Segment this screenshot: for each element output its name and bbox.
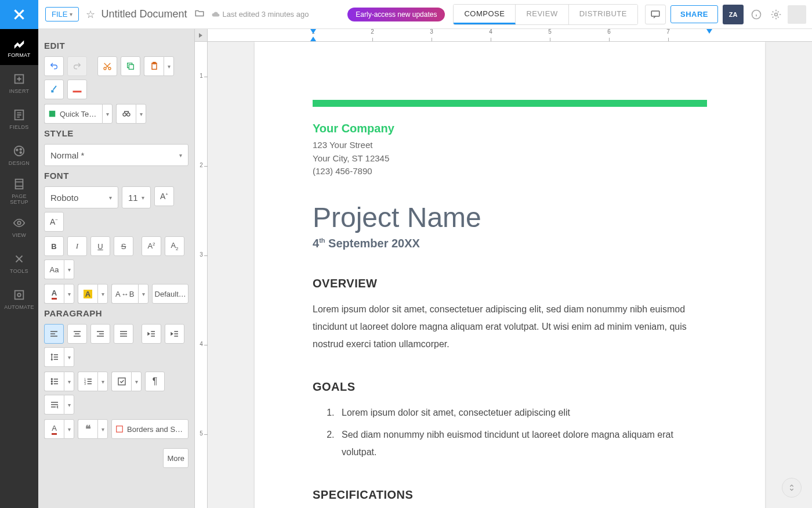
font-color-dropdown[interactable]: ▾ [64, 284, 74, 304]
char-spacing-dropdown[interactable]: ▾ [138, 284, 148, 304]
more-button[interactable]: More [163, 448, 188, 468]
vertical-ruler[interactable]: 123456 [195, 42, 208, 508]
zia-button[interactable]: ZA [723, 5, 744, 24]
quick-text-button[interactable]: Quick Te… [44, 104, 102, 124]
align-center-button[interactable] [67, 324, 87, 344]
nav-view[interactable]: VIEW [0, 209, 38, 245]
address-line-2[interactable]: Your City, ST 12345 [313, 152, 707, 165]
nav-insert[interactable]: INSERT [0, 65, 38, 101]
italic-button[interactable]: I [67, 236, 87, 256]
bg-color-button[interactable]: A [44, 419, 64, 439]
font-family-select[interactable]: Roboto ▾ [44, 186, 118, 208]
overview-heading[interactable]: OVERVIEW [313, 277, 707, 290]
page-scroll-area[interactable]: + Your Company 123 Your Street Your City… [208, 42, 812, 508]
text-direction-dropdown[interactable]: ▾ [64, 395, 74, 415]
find-button[interactable] [116, 104, 136, 124]
align-justify-button[interactable] [114, 324, 133, 344]
redo-button[interactable] [67, 56, 87, 76]
highlight-button[interactable]: A [78, 284, 97, 304]
nav-tools[interactable]: TOOLS [0, 245, 38, 281]
case-dropdown[interactable]: ▾ [64, 260, 74, 279]
horizontal-ruler[interactable]: 1234567 [208, 29, 812, 42]
tab-compose[interactable]: COMPOSE [454, 5, 516, 24]
style-select[interactable]: Normal * ▾ [44, 144, 188, 166]
phone-number[interactable]: (123) 456-7890 [313, 165, 707, 178]
tab-distribute[interactable]: DISTRIBUTE [569, 5, 637, 24]
star-icon[interactable]: ☆ [86, 8, 95, 21]
format-painter-button[interactable] [44, 80, 64, 99]
app-logo[interactable] [0, 0, 38, 29]
superscript-button[interactable]: A2 [142, 236, 161, 256]
nav-fields[interactable]: FIELDS [0, 101, 38, 137]
undo-button[interactable] [44, 56, 64, 76]
font-color-button[interactable]: A [44, 284, 64, 304]
line-spacing-button[interactable] [44, 347, 64, 367]
checklist-dropdown[interactable]: ▾ [131, 372, 142, 391]
tab-review[interactable]: REVIEW [516, 5, 568, 24]
subscript-button[interactable]: A2 [165, 236, 184, 256]
number-list-dropdown[interactable]: ▾ [97, 372, 108, 391]
clear-format-button[interactable] [67, 80, 87, 99]
nav-format[interactable]: FORMAT [0, 29, 38, 65]
document-title[interactable]: Untitled Document [101, 8, 187, 20]
project-title[interactable]: Project Name [313, 201, 707, 233]
scroll-handle[interactable] [782, 478, 802, 498]
goals-heading[interactable]: GOALS [313, 380, 707, 394]
bullet-list-dropdown[interactable]: ▾ [64, 372, 74, 391]
nav-page-setup[interactable]: PAGE SETUP [0, 173, 38, 209]
nav-design[interactable]: DESIGN [0, 137, 38, 173]
case-button[interactable]: Aa [44, 260, 64, 279]
specifications-heading[interactable]: SPECIFICATIONS [313, 488, 707, 502]
indent-increase-button[interactable] [165, 324, 184, 344]
cut-button[interactable] [97, 56, 117, 76]
checklist-button[interactable] [111, 372, 131, 391]
overview-paragraph[interactable]: Lorem ipsum dolor sit amet, consectetuer… [313, 301, 707, 354]
font-size-select[interactable]: 11 ▾ [122, 186, 151, 208]
quote-button[interactable]: ❝ [78, 419, 97, 439]
strikethrough-button[interactable]: S [114, 236, 133, 256]
align-left-button[interactable] [44, 324, 64, 344]
share-button[interactable]: SHARE [670, 5, 718, 23]
line-spacing-dropdown[interactable]: ▾ [64, 347, 74, 367]
comments-icon[interactable] [645, 5, 666, 24]
decrease-font-button[interactable]: A− [44, 212, 64, 232]
font-default-button[interactable]: Default… [152, 284, 188, 304]
company-name[interactable]: Your Company [313, 122, 707, 135]
align-right-button[interactable] [90, 324, 110, 344]
goals-list[interactable]: Lorem ipsum dolor sit amet, consectetuer… [313, 404, 707, 462]
char-spacing-button[interactable]: A↔B [111, 284, 138, 304]
early-access-button[interactable]: Early-access new updates [347, 8, 445, 21]
bullet-list-button[interactable] [44, 372, 64, 391]
bg-color-dropdown[interactable]: ▾ [64, 419, 74, 439]
find-dropdown[interactable]: ▾ [136, 104, 146, 124]
avatar[interactable] [788, 5, 806, 24]
folder-icon[interactable] [194, 8, 205, 20]
list-item[interactable]: Sed diam nonummy nibh euismod tincidunt … [337, 426, 707, 462]
underline-button[interactable]: U [90, 236, 110, 256]
ruler-corner[interactable] [195, 29, 208, 42]
borders-shading-button[interactable]: Borders and S… [111, 419, 188, 439]
increase-font-button[interactable]: A+ [154, 186, 174, 206]
indent-decrease-button[interactable] [142, 324, 161, 344]
pilcrow-button[interactable]: ¶ [145, 372, 165, 391]
number-list-button[interactable]: 123 [78, 372, 97, 391]
text-direction-button[interactable] [44, 395, 64, 415]
quote-dropdown[interactable]: ▾ [97, 419, 108, 439]
info-icon[interactable] [748, 6, 764, 23]
paste-button[interactable] [144, 56, 164, 76]
chevron-down-icon: ▾ [68, 266, 71, 273]
bold-button[interactable]: B [44, 236, 64, 256]
highlight-dropdown[interactable]: ▾ [97, 284, 108, 304]
list-item[interactable]: Lorem ipsum dolor sit amet, consectetuer… [337, 404, 707, 421]
quick-text-dropdown[interactable]: ▾ [102, 104, 113, 124]
gear-icon[interactable] [768, 6, 784, 23]
nav-automate[interactable]: AUTOMATE [0, 281, 38, 317]
file-menu-button[interactable]: FILE ▾ [45, 7, 79, 21]
paste-dropdown[interactable]: ▾ [164, 56, 174, 76]
address-line-1[interactable]: 123 Your Street [313, 139, 707, 152]
indent-increase-icon [170, 329, 179, 338]
project-date[interactable]: 4th September 20XX [313, 237, 707, 250]
chevron-down-icon: ▾ [142, 194, 144, 201]
copy-button[interactable] [121, 56, 140, 76]
document-page[interactable]: Your Company 123 Your Street Your City, … [255, 42, 765, 508]
